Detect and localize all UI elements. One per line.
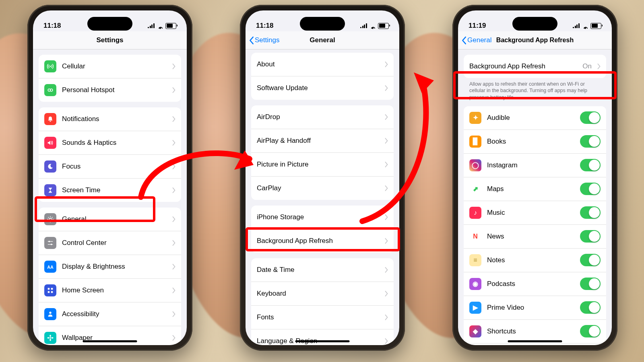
chevron-right-icon bbox=[385, 338, 388, 344]
app-row-news[interactable]: N News bbox=[464, 224, 606, 248]
row-keyboard[interactable]: Keyboard bbox=[251, 282, 394, 305]
general-list[interactable]: About Software Update AirDrop AirPlay & … bbox=[246, 47, 399, 345]
app-row-music[interactable]: ♪ Music bbox=[464, 201, 606, 224]
svg-rect-21 bbox=[51, 291, 53, 293]
app-row-audible[interactable]: ✦ Audible bbox=[464, 106, 606, 130]
row-screen-time[interactable]: Screen Time bbox=[39, 178, 181, 202]
row-carplay[interactable]: CarPlay bbox=[251, 176, 394, 200]
home-indicator[interactable] bbox=[295, 340, 350, 342]
person-icon bbox=[44, 308, 56, 320]
row-detail: On bbox=[582, 62, 592, 70]
row-personal-hotspot[interactable]: Personal Hotspot bbox=[39, 78, 181, 102]
row-label: Software Update bbox=[257, 84, 379, 92]
back-label: Settings bbox=[255, 36, 279, 44]
chevron-right-icon bbox=[172, 288, 175, 293]
wifi-icon bbox=[369, 23, 376, 29]
row-fonts[interactable]: Fonts bbox=[251, 305, 394, 329]
back-button[interactable]: Settings bbox=[249, 36, 279, 45]
battery-icon bbox=[590, 23, 601, 29]
row-label: Sounds & Haptics bbox=[62, 139, 167, 147]
row-about[interactable]: About bbox=[251, 53, 394, 76]
settings-list[interactable]: Cellular Personal Hotspot Notifications … bbox=[33, 49, 187, 345]
row-date-time[interactable]: Date & Time bbox=[251, 258, 394, 282]
row-sounds-haptics[interactable]: Sounds & Haptics bbox=[39, 131, 181, 154]
row-label: Keyboard bbox=[257, 290, 379, 298]
svg-point-0 bbox=[50, 66, 51, 67]
page-title: Settings bbox=[96, 36, 123, 44]
chevron-right-icon bbox=[385, 85, 388, 91]
app-label: Instagram bbox=[487, 161, 574, 169]
row-accessibility[interactable]: Accessibility bbox=[39, 302, 181, 326]
chevron-right-icon bbox=[385, 114, 388, 120]
row-bg-refresh-master[interactable]: Background App Refresh On bbox=[464, 55, 606, 78]
row-airplay-handoff[interactable]: AirPlay & Handoff bbox=[251, 129, 394, 152]
row-general[interactable]: General bbox=[39, 208, 181, 231]
dynamic-island bbox=[300, 17, 345, 31]
back-button[interactable]: General bbox=[461, 36, 491, 45]
svg-point-4 bbox=[49, 218, 51, 220]
row-display-brightness[interactable]: AA Display & Brightness bbox=[39, 255, 181, 278]
toggle-notes[interactable] bbox=[580, 254, 601, 266]
chevron-right-icon bbox=[172, 335, 175, 341]
row-label: CarPlay bbox=[257, 184, 379, 192]
toggle-music[interactable] bbox=[580, 206, 601, 219]
toggle-shortcuts[interactable] bbox=[580, 325, 601, 337]
app-row-books[interactable]: ▉ Books bbox=[464, 130, 606, 153]
row-cellular[interactable]: Cellular bbox=[39, 55, 181, 78]
app-row-instagram[interactable]: ◯ Instagram bbox=[464, 153, 606, 177]
signal-icon bbox=[148, 23, 155, 28]
group-g2: AirDrop AirPlay & Handoff Picture in Pic… bbox=[251, 105, 394, 200]
chevron-right-icon bbox=[172, 311, 175, 317]
bg-refresh-list[interactable]: Background App Refresh On Allow apps to … bbox=[458, 49, 612, 345]
app-icon-podcasts: ◉ bbox=[469, 278, 481, 290]
app-label: News bbox=[487, 232, 574, 241]
row-notifications[interactable]: Notifications bbox=[39, 107, 181, 131]
group-g3: iPhone Storage Background App Refresh bbox=[251, 206, 394, 253]
group-apps: ✦ Audible ▉ Books ◯ Instagram ⬈ Maps ♪ M… bbox=[464, 106, 606, 345]
chevron-right-icon bbox=[385, 162, 388, 167]
chevron-right-icon bbox=[172, 264, 175, 269]
row-control-center[interactable]: Control Center bbox=[39, 231, 181, 255]
toggle-instagram[interactable] bbox=[580, 159, 601, 171]
app-label: Prime Video bbox=[487, 304, 574, 312]
app-icon-notes: ≡ bbox=[469, 254, 481, 266]
app-row-maps[interactable]: ⬈ Maps bbox=[464, 177, 606, 201]
toggle-books[interactable] bbox=[580, 135, 601, 148]
flower-icon bbox=[44, 332, 56, 344]
row-label: Notifications bbox=[62, 115, 167, 123]
app-icon-audible: ✦ bbox=[469, 112, 481, 124]
app-row-prime-video[interactable]: ▶ Prime Video bbox=[464, 296, 606, 319]
app-label: Music bbox=[487, 209, 574, 217]
row-picture-in-picture[interactable]: Picture in Picture bbox=[251, 152, 394, 176]
group-network: Cellular Personal Hotspot bbox=[39, 55, 181, 102]
row-airdrop[interactable]: AirDrop bbox=[251, 105, 394, 129]
row-software-update[interactable]: Software Update bbox=[251, 76, 394, 100]
toggle-news[interactable] bbox=[580, 230, 601, 243]
cellular-icon bbox=[44, 60, 56, 72]
phone-bg-refresh: 11:19 General Background App Refresh Bac… bbox=[452, 5, 617, 351]
app-row-podcasts[interactable]: ◉ Podcasts bbox=[464, 272, 606, 296]
row-language-region[interactable]: Language & Region bbox=[251, 329, 394, 345]
row-background-app-refresh[interactable]: Background App Refresh bbox=[251, 229, 394, 253]
row-focus[interactable]: Focus bbox=[39, 154, 181, 178]
home-indicator[interactable] bbox=[83, 340, 137, 342]
row-label: Cellular bbox=[62, 62, 167, 70]
chevron-right-icon bbox=[172, 240, 175, 246]
row-iphone-storage[interactable]: iPhone Storage bbox=[251, 206, 394, 229]
app-row-notes[interactable]: ≡ Notes bbox=[464, 248, 606, 272]
toggle-prime-video[interactable] bbox=[580, 301, 601, 314]
moon-icon bbox=[44, 160, 56, 173]
row-home-screen[interactable]: Home Screen bbox=[39, 278, 181, 302]
app-icon-maps: ⬈ bbox=[469, 183, 481, 195]
gear-icon bbox=[44, 213, 56, 225]
toggle-podcasts[interactable] bbox=[580, 278, 601, 290]
group-general: General Control Center AA Display & Brig… bbox=[39, 208, 181, 345]
battery-icon bbox=[165, 23, 176, 29]
home-indicator[interactable] bbox=[508, 340, 562, 342]
app-row-shortcuts[interactable]: ◆ Shortcuts bbox=[464, 319, 606, 343]
toggle-maps[interactable] bbox=[580, 183, 601, 195]
app-row-signal[interactable]: ◯ Signal bbox=[464, 343, 606, 345]
chevron-right-icon bbox=[385, 267, 388, 273]
toggle-audible[interactable] bbox=[580, 111, 601, 124]
app-icon-instagram: ◯ bbox=[469, 159, 481, 171]
